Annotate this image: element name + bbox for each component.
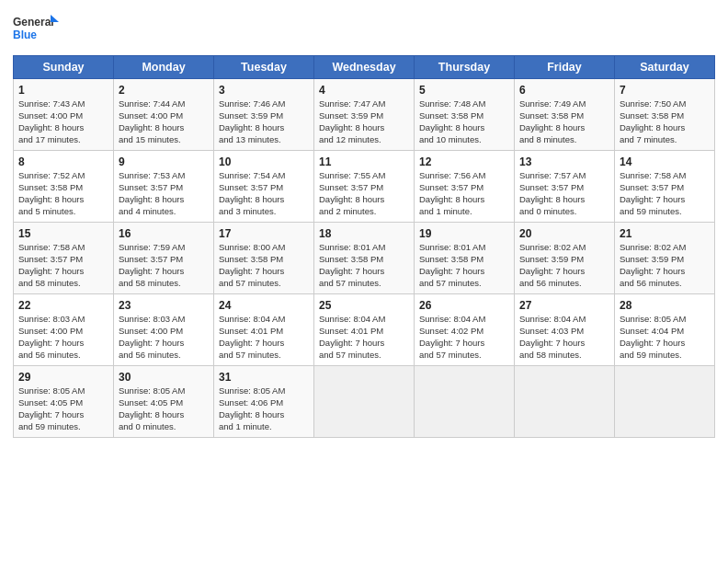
- day-cell: 2Sunrise: 7:44 AMSunset: 4:00 PMDaylight…: [114, 79, 214, 151]
- day-cell: 27Sunrise: 8:04 AMSunset: 4:03 PMDayligh…: [515, 294, 615, 366]
- day-cell: 7Sunrise: 7:50 AMSunset: 3:58 PMDaylight…: [615, 79, 715, 151]
- week-row-1: 1Sunrise: 7:43 AMSunset: 4:00 PMDaylight…: [14, 79, 715, 151]
- day-number: 8: [18, 155, 108, 169]
- day-number: 22: [18, 298, 108, 313]
- day-cell: [314, 366, 415, 438]
- day-cell: 3Sunrise: 7:46 AMSunset: 3:59 PMDaylight…: [214, 79, 314, 151]
- day-cell: 1Sunrise: 7:43 AMSunset: 4:00 PMDaylight…: [14, 79, 114, 151]
- day-cell: 8Sunrise: 7:52 AMSunset: 3:58 PMDaylight…: [14, 151, 114, 223]
- week-row-3: 15Sunrise: 7:58 AMSunset: 3:57 PMDayligh…: [14, 223, 715, 294]
- calendar-table: SundayMondayTuesdayWednesdayThursdayFrid…: [13, 55, 715, 438]
- day-cell: 17Sunrise: 8:00 AMSunset: 3:58 PMDayligh…: [214, 223, 314, 294]
- day-cell: 5Sunrise: 7:48 AMSunset: 3:58 PMDaylight…: [415, 79, 515, 151]
- day-number: 9: [119, 155, 209, 169]
- day-number: 6: [519, 83, 609, 98]
- day-number: 21: [620, 226, 710, 241]
- day-number: 20: [519, 226, 609, 241]
- col-header-tuesday: Tuesday: [214, 56, 314, 79]
- day-cell: 22Sunrise: 8:03 AMSunset: 4:00 PMDayligh…: [14, 294, 114, 366]
- day-cell: 19Sunrise: 8:01 AMSunset: 3:58 PMDayligh…: [415, 223, 515, 294]
- day-number: 23: [119, 298, 209, 313]
- day-number: 1: [18, 83, 108, 98]
- day-number: 12: [419, 155, 509, 169]
- day-cell: 31Sunrise: 8:05 AMSunset: 4:06 PMDayligh…: [214, 366, 314, 438]
- header: General Blue: [13, 11, 715, 46]
- day-number: 11: [319, 155, 409, 169]
- col-header-saturday: Saturday: [615, 56, 715, 79]
- day-number: 10: [219, 155, 309, 169]
- day-cell: 21Sunrise: 8:02 AMSunset: 3:59 PMDayligh…: [615, 223, 715, 294]
- day-cell: 6Sunrise: 7:49 AMSunset: 3:58 PMDaylight…: [515, 79, 615, 151]
- day-cell: [515, 366, 615, 438]
- col-header-friday: Friday: [515, 56, 615, 79]
- col-header-monday: Monday: [114, 56, 214, 79]
- day-number: 4: [319, 83, 409, 98]
- col-header-wednesday: Wednesday: [314, 56, 415, 79]
- day-cell: 9Sunrise: 7:53 AMSunset: 3:57 PMDaylight…: [114, 151, 214, 223]
- day-number: 18: [319, 226, 409, 241]
- day-cell: 29Sunrise: 8:05 AMSunset: 4:05 PMDayligh…: [14, 366, 114, 438]
- day-number: 7: [620, 83, 710, 98]
- day-cell: 13Sunrise: 7:57 AMSunset: 3:57 PMDayligh…: [515, 151, 615, 223]
- day-cell: 12Sunrise: 7:56 AMSunset: 3:57 PMDayligh…: [415, 151, 515, 223]
- week-row-4: 22Sunrise: 8:03 AMSunset: 4:00 PMDayligh…: [14, 294, 715, 366]
- day-number: 17: [219, 226, 309, 241]
- day-number: 26: [419, 298, 509, 313]
- svg-text:Blue: Blue: [13, 29, 37, 41]
- day-number: 25: [319, 298, 409, 313]
- day-cell: 10Sunrise: 7:54 AMSunset: 3:57 PMDayligh…: [214, 151, 314, 223]
- day-cell: 4Sunrise: 7:47 AMSunset: 3:59 PMDaylight…: [314, 79, 415, 151]
- day-cell: [615, 366, 715, 438]
- day-number: 27: [519, 298, 609, 313]
- day-cell: 18Sunrise: 8:01 AMSunset: 3:58 PMDayligh…: [314, 223, 415, 294]
- header-row: SundayMondayTuesdayWednesdayThursdayFrid…: [14, 56, 715, 79]
- day-number: 2: [119, 83, 209, 98]
- day-number: 16: [119, 226, 209, 241]
- page-container: General Blue SundayMondayTuesdayWednesda…: [0, 0, 728, 447]
- day-number: 30: [119, 370, 209, 385]
- week-row-2: 8Sunrise: 7:52 AMSunset: 3:58 PMDaylight…: [14, 151, 715, 223]
- day-cell: 25Sunrise: 8:04 AMSunset: 4:01 PMDayligh…: [314, 294, 415, 366]
- week-row-5: 29Sunrise: 8:05 AMSunset: 4:05 PMDayligh…: [14, 366, 715, 438]
- day-cell: [415, 366, 515, 438]
- logo-svg: General Blue: [13, 11, 59, 46]
- day-cell: 11Sunrise: 7:55 AMSunset: 3:57 PMDayligh…: [314, 151, 415, 223]
- logo: General Blue: [13, 11, 59, 46]
- day-number: 3: [219, 83, 309, 98]
- day-number: 13: [519, 155, 609, 169]
- day-number: 14: [620, 155, 710, 169]
- day-number: 28: [620, 298, 710, 313]
- day-cell: 14Sunrise: 7:58 AMSunset: 3:57 PMDayligh…: [615, 151, 715, 223]
- svg-text:General: General: [13, 16, 54, 29]
- day-cell: 28Sunrise: 8:05 AMSunset: 4:04 PMDayligh…: [615, 294, 715, 366]
- col-header-sunday: Sunday: [14, 56, 114, 79]
- day-cell: 16Sunrise: 7:59 AMSunset: 3:57 PMDayligh…: [114, 223, 214, 294]
- day-cell: 23Sunrise: 8:03 AMSunset: 4:00 PMDayligh…: [114, 294, 214, 366]
- day-cell: 15Sunrise: 7:58 AMSunset: 3:57 PMDayligh…: [14, 223, 114, 294]
- day-cell: 30Sunrise: 8:05 AMSunset: 4:05 PMDayligh…: [114, 366, 214, 438]
- day-number: 15: [18, 226, 108, 241]
- svg-marker-2: [51, 15, 59, 22]
- day-number: 29: [18, 370, 108, 385]
- col-header-thursday: Thursday: [415, 56, 515, 79]
- day-cell: 20Sunrise: 8:02 AMSunset: 3:59 PMDayligh…: [515, 223, 615, 294]
- day-cell: 26Sunrise: 8:04 AMSunset: 4:02 PMDayligh…: [415, 294, 515, 366]
- day-cell: 24Sunrise: 8:04 AMSunset: 4:01 PMDayligh…: [214, 294, 314, 366]
- day-number: 31: [219, 370, 309, 385]
- day-number: 5: [419, 83, 509, 98]
- day-number: 19: [419, 226, 509, 241]
- day-number: 24: [219, 298, 309, 313]
